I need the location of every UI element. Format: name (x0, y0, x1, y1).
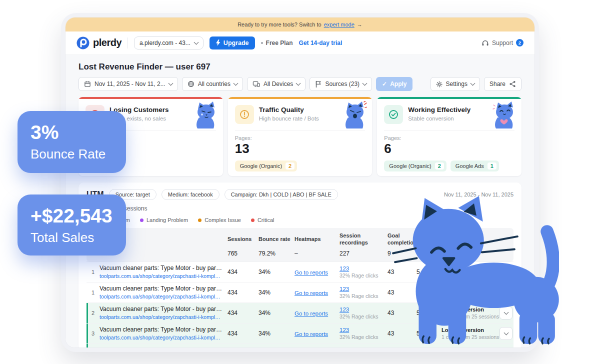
page-name: Vacuum cleaner parts: Type Motor - buy p… (100, 306, 228, 312)
chevron-down-icon (362, 81, 368, 86)
devices-icon (252, 80, 260, 88)
plerdy-logo-icon (76, 36, 90, 50)
legend-dot (251, 218, 254, 222)
utm-campaign-pill[interactable]: Campaign: Dkh | COLD | ABO | BF SALE (224, 189, 338, 200)
devices-value: All Devices (264, 80, 293, 88)
page-url-link[interactable]: toolparts.com.ua/shop/category/zapchasti… (100, 273, 228, 279)
recordings-link[interactable]: 123 (340, 348, 388, 348)
banner-text: Ready to try more tools? Switch to (238, 22, 322, 28)
tag-label: Google Ads (456, 163, 484, 169)
trial-link[interactable]: Get 14-day trial (299, 40, 342, 46)
bounce-rate-overlay-badge: 3% Bounce Rate (18, 111, 126, 173)
countries-filter[interactable]: All countries (182, 77, 243, 91)
dot-icon (261, 42, 263, 44)
page-url-link[interactable]: toolparts.com.ua/shop/category/zapchasti… (100, 314, 228, 320)
plerdy-logo[interactable]: plerdy (76, 36, 122, 50)
page-name: Vacuum cleaner parts: Type Motor - buy p… (100, 285, 228, 292)
card-subtitle: Stable conversion (408, 116, 470, 122)
page-name: Vacuum cleaner parts: Type Motor - buy p… (100, 326, 228, 333)
settings-button[interactable]: Settings (430, 77, 480, 91)
legend-label: Landing Problem (146, 217, 188, 223)
total-sales-label: Total Sales (30, 230, 113, 246)
share-icon (509, 80, 516, 88)
upgrade-label: Upgrade (224, 40, 249, 46)
recordings-link[interactable]: 123 (340, 266, 388, 272)
go-to-reports-link[interactable]: Go to reports (294, 331, 328, 337)
promo-banner: Ready to try more tools? Switch to exper… (66, 18, 534, 32)
support-button[interactable]: Support 2 (482, 39, 524, 46)
card-title: Working Effectively (408, 106, 470, 114)
page-url-link[interactable]: toolparts.com.ua/shop/category/zapchasti… (100, 334, 228, 340)
sessions-value: 434 (228, 289, 258, 296)
domain-selector[interactable]: a.plerdy.com - 43... (134, 36, 204, 50)
upgrade-button[interactable]: Upgrade (210, 36, 255, 50)
date-range-filter[interactable]: Nov 11, 2025 - Nov 11, 2... (78, 77, 178, 91)
expert-mode-link[interactable]: expert mode (324, 22, 354, 28)
filter-bar: Nov 11, 2025 - Nov 11, 2... All countrie… (78, 77, 522, 91)
cat-illustration-sad (192, 101, 218, 129)
tag-count: 1 (488, 162, 496, 170)
summary-bounce: 79.2% (258, 250, 294, 257)
chevron-down-icon (470, 81, 476, 86)
share-button[interactable]: Share (484, 77, 522, 91)
summary-recordings: 227 (340, 250, 388, 257)
warning-icon (235, 105, 254, 124)
legend-label: Critical (258, 217, 274, 223)
divider (384, 130, 514, 130)
plan-label: Free Plan (266, 40, 293, 46)
source-tag: Google (Organic) 2 (384, 160, 446, 172)
sources-value: Sources (23) (325, 80, 360, 88)
card-traffic-quality: Traffic Quality High bounce rate / Bots (228, 97, 372, 176)
support-count-badge: 2 (516, 39, 524, 46)
apply-label: Apply (390, 80, 406, 88)
share-label: Share (490, 80, 506, 88)
tag-label: Google (Organic) (389, 163, 431, 169)
page-url-link[interactable]: toolparts.com.ua/shop/category/zapchasti… (100, 294, 228, 300)
pages-value: 13 (235, 142, 366, 155)
recordings-link[interactable]: 123 (340, 306, 388, 312)
globe-icon (188, 80, 194, 88)
bounce-rate-label: Bounce Rate (30, 146, 113, 162)
legend-dot (140, 218, 144, 222)
plan-status: Free Plan (261, 40, 293, 46)
tag-count: 2 (435, 162, 444, 170)
sessions-value: 434 (228, 310, 258, 316)
rage-clicks-text: 32% Rage clicks (340, 334, 388, 340)
settings-label: Settings (446, 80, 468, 88)
divider (235, 130, 366, 130)
countries-value: All countries (198, 80, 230, 88)
card-title: Traffic Quality (259, 106, 319, 114)
devices-filter[interactable]: All Devices (247, 77, 306, 91)
domain-selector-value: a.plerdy.com - 43... (140, 40, 190, 46)
page-title: Lost Revenue Finder — user 697 (78, 62, 522, 72)
legend-item: Landing Problem (140, 217, 188, 223)
support-label: Support (492, 40, 513, 46)
source-tag: Google Ads 1 (450, 160, 499, 172)
lightning-icon (216, 40, 220, 46)
go-to-reports-link[interactable]: Go to reports (294, 270, 328, 276)
rage-clicks-text: 32% Rage clicks (340, 314, 388, 320)
bounce-value: 34% (258, 310, 294, 316)
chevron-down-icon (194, 40, 198, 44)
chevron-down-icon (296, 81, 301, 86)
cat-illustration-love (490, 101, 516, 129)
card-working-effectively: Working Effectively Stable conversion (377, 97, 522, 176)
col-heatmaps: Heatmaps (294, 236, 340, 242)
col-bounce-rate: Bounce rate (258, 236, 294, 242)
go-to-reports-link[interactable]: Go to reports (294, 290, 328, 296)
source-tag: Google (Organic) 2 (235, 160, 298, 172)
legend-item: Critical (251, 217, 274, 223)
pages-label: Pages: (384, 135, 514, 141)
recordings-link[interactable]: 123 (340, 327, 388, 333)
sources-filter[interactable]: Sources (23) (310, 77, 372, 91)
app-header: plerdy a.plerdy.com - 43... Upgrade Free… (66, 32, 534, 54)
flag-icon (315, 80, 322, 88)
apply-button[interactable]: ✓ Apply (376, 77, 412, 91)
bounce-value: 34% (258, 289, 294, 296)
page-name: Vacuum cleaner parts: Type Motor - buy p… (100, 346, 228, 348)
utm-medium-pill[interactable]: Medium: facebook (162, 189, 220, 200)
recordings-link[interactable]: 123 (340, 286, 388, 292)
legend-dot (198, 218, 202, 222)
cat-illustration-angry (341, 101, 367, 129)
go-to-reports-link[interactable]: Go to reports (294, 310, 328, 316)
